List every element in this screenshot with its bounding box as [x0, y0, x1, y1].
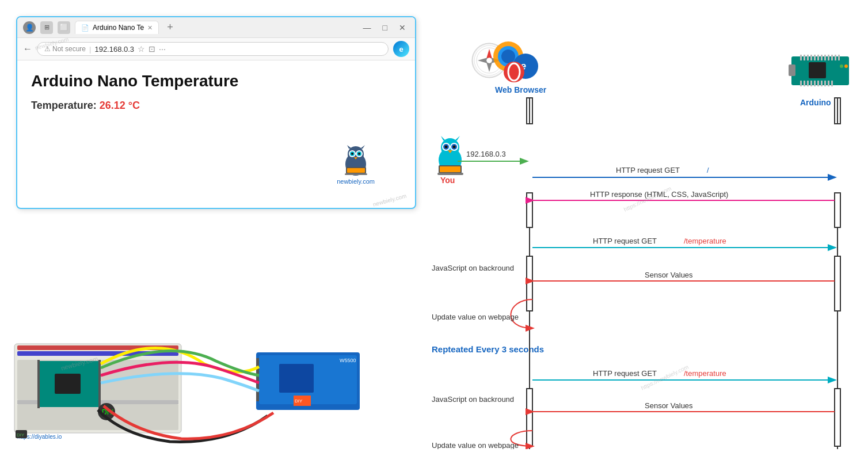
svg-rect-12 — [347, 168, 365, 173]
svg-text:JavaScript on backround: JavaScript on backround — [432, 395, 514, 404]
svg-rect-13 — [345, 173, 367, 175]
restore-button[interactable]: □ — [379, 23, 391, 32]
diagram-area: e Web Browser — [420, 17, 858, 449]
active-tab[interactable]: 📄 Arduino Nano Te ✕ — [75, 21, 159, 34]
newbiely-text: newbiely.com — [337, 178, 375, 185]
svg-text:Update value on webpage: Update value on webpage — [432, 441, 519, 449]
svg-text:JavaScript on backround: JavaScript on backround — [432, 264, 514, 272]
svg-text:/temperature: /temperature — [684, 237, 726, 245]
page-title: Arduino Nano Temperature — [31, 72, 401, 90]
svg-text:DIY: DIY — [17, 432, 25, 438]
svg-text:HTTP response (HTML, CSS, Java: HTTP response (HTML, CSS, JavaScript) — [590, 190, 728, 199]
tab-close-button[interactable]: ✕ — [147, 24, 153, 32]
svg-text:/: / — [707, 166, 709, 174]
url-text: 192.168.0.3 — [94, 45, 134, 54]
svg-rect-73 — [527, 389, 532, 446]
svg-rect-122 — [256, 358, 259, 401]
url-actions: ☆ ⊡ ··· — [138, 44, 166, 54]
temperature-display: Temperature: 26.12 °C — [31, 100, 401, 112]
favorites-icon[interactable]: ☆ — [138, 44, 145, 54]
back-button[interactable]: ← — [23, 44, 32, 54]
page-icon: 📄 — [81, 24, 89, 32]
page-content: Arduino Nano Temperature Temperature: 26… — [17, 60, 415, 123]
tab-title: Arduino Nano Te — [93, 24, 144, 32]
svg-rect-114 — [37, 360, 40, 408]
svg-marker-2 — [347, 145, 352, 149]
svg-text:/temperature: /temperature — [684, 369, 726, 378]
split-icon[interactable]: ⊡ — [149, 44, 155, 54]
close-button[interactable]: ✕ — [395, 23, 409, 32]
svg-rect-71 — [527, 193, 532, 227]
url-bar: ← ⚠ Not secure | 192.168.0.3 ☆ ⊡ ··· e — [17, 38, 415, 60]
profile-icon: 👤 — [23, 21, 36, 34]
more-icon[interactable]: ··· — [159, 44, 166, 54]
browser-titlebar: 👤 ⊞ ⬜ 📄 Arduino Nano Te ✕ + — □ ✕ — [17, 17, 415, 38]
temp-label: Temperature: — [31, 100, 97, 111]
svg-text:192.168.0.3: 192.168.0.3 — [466, 150, 506, 158]
svg-rect-79 — [835, 193, 840, 227]
tabs-icon[interactable]: ⬜ — [58, 21, 70, 34]
svg-rect-81 — [835, 389, 840, 446]
svg-point-9 — [358, 153, 360, 155]
svg-rect-72 — [527, 256, 532, 311]
svg-text:HTTP request GET: HTTP request GET — [593, 369, 657, 378]
svg-text:HTTP request GET: HTTP request GET — [593, 237, 657, 245]
browser-window: 👤 ⊞ ⬜ 📄 Arduino Nano Te ✕ + — □ ✕ ← ⚠ No… — [16, 16, 416, 209]
watermark-br: newbiely.com — [372, 192, 408, 207]
svg-text:DIY: DIY — [295, 398, 303, 404]
svg-text:Update value on webpage: Update value on webpage — [432, 313, 519, 321]
svg-text:W5500: W5500 — [340, 358, 356, 363]
svg-text:HTTP request GET: HTTP request GET — [616, 166, 680, 174]
svg-text:Sensor Values: Sensor Values — [645, 271, 693, 279]
address-bar[interactable]: ⚠ Not secure | 192.168.0.3 ☆ ⊡ ··· — [37, 42, 389, 56]
url-separator: | — [89, 45, 91, 54]
svg-rect-121 — [279, 364, 314, 393]
new-tab-button[interactable]: + — [163, 21, 177, 33]
svg-rect-116 — [55, 374, 81, 394]
svg-text:Sensor Values: Sensor Values — [645, 401, 693, 410]
svg-rect-111 — [17, 404, 178, 430]
workspaces-icon[interactable]: ⊞ — [40, 21, 53, 34]
svg-marker-3 — [360, 145, 365, 149]
svg-rect-80 — [835, 256, 840, 311]
diagram-svg: 192.168.0.3 HTTP request GET / HTTP resp… — [420, 17, 858, 449]
security-warning: ⚠ Not secure — [44, 45, 86, 53]
temp-value: 26.12 °C — [100, 100, 140, 111]
newbiely-logo-browser: newbiely.com — [337, 144, 375, 185]
breadboard-area: DIY W5500 DIY https://diyables.io DIY ne… — [9, 321, 389, 447]
minimize-button[interactable]: — — [360, 23, 375, 32]
svg-point-8 — [351, 153, 353, 155]
edge-icon: e — [393, 41, 409, 57]
